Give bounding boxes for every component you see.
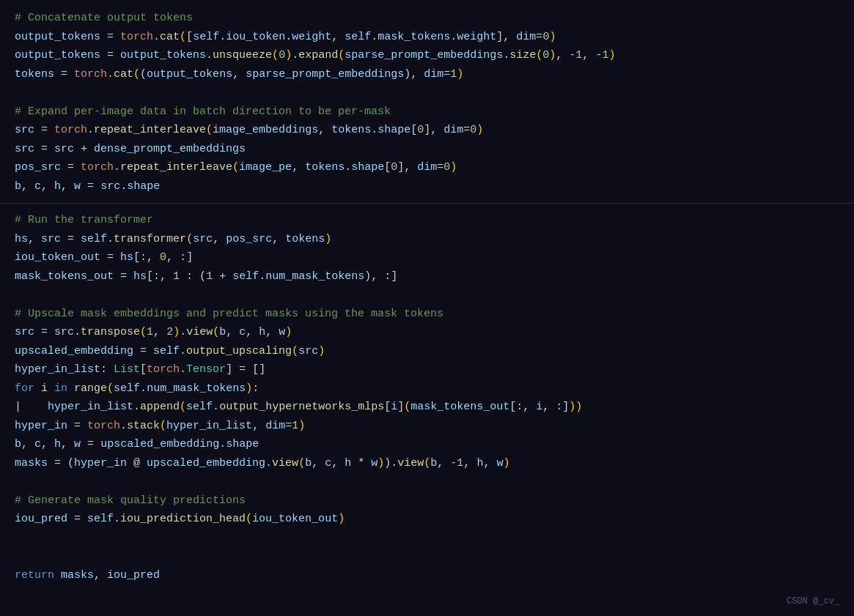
line-quality-comment: # Generate mask quality predictions — [15, 491, 839, 511]
line-blank-1 — [15, 84, 839, 103]
line-blank-2 — [15, 286, 839, 305]
line-pipe-append: | hyper_in_list.append(self.output_hyper… — [15, 398, 839, 417]
line-tokens-cat: tokens = torch.cat((output_tokens, spars… — [15, 65, 839, 84]
line-masks: masks = (hyper_in @ upscaled_embedding.v… — [15, 454, 839, 473]
line-output-tokens-unsqueeze: output_tokens = output_tokens.unsqueeze(… — [15, 46, 839, 65]
line-transformer-comment: # Run the transformer — [15, 211, 839, 230]
line-concat-comment: # Concatenate output tokens — [15, 9, 839, 28]
line-expand-comment: # Expand per-image data in batch directi… — [15, 103, 839, 122]
section-2: # Run the transformer hs, src = self.tra… — [0, 209, 854, 586]
watermark: CSDN @_cv_ — [787, 594, 839, 609]
line-for-loop: for i in range(self.num_mask_tokens): — [15, 379, 839, 398]
line-upscale-comment: # Upscale mask embeddings and predict ma… — [15, 305, 839, 324]
line-mask-tokens-out: mask_tokens_out = hs[:, 1 : (1 + self.nu… — [15, 267, 839, 286]
line-iou-pred: iou_pred = self.iou_prediction_head(iou_… — [15, 510, 839, 529]
code-container: # Concatenate output tokens output_token… — [0, 0, 854, 616]
line-src-transpose: src = src.transpose(1, 2).view(b, c, h, … — [15, 323, 839, 342]
line-blank-5 — [15, 547, 839, 566]
line-return: return masks, iou_pred — [15, 566, 839, 585]
line-src-repeat: src = torch.repeat_interleave(image_embe… — [15, 121, 839, 140]
line-upscaled-embedding: upscaled_embedding = self.output_upscali… — [15, 342, 839, 361]
section-1: # Concatenate output tokens output_token… — [0, 7, 854, 197]
line-output-tokens-cat: output_tokens = torch.cat([self.iou_toke… — [15, 28, 839, 47]
line-hyper-in-stack: hyper_in = torch.stack(hyper_in_list, di… — [15, 417, 839, 436]
line-hs-src: hs, src = self.transformer(src, pos_src,… — [15, 230, 839, 249]
line-iou-token-out: iou_token_out = hs[:, 0, :] — [15, 248, 839, 267]
line-hyper-in-list: hyper_in_list: List[torch.Tensor] = [] — [15, 360, 839, 379]
line-src-plus: src = src + dense_prompt_embeddings — [15, 140, 839, 159]
line-pos-src-repeat: pos_src = torch.repeat_interleave(image_… — [15, 158, 839, 177]
line-b-c-h-w: b, c, h, w = src.shape — [15, 177, 839, 196]
divider-1 — [0, 203, 854, 204]
line-blank-4 — [15, 529, 839, 548]
line-blank-3 — [15, 472, 839, 491]
line-b-c-h-w-2: b, c, h, w = upscaled_embedding.shape — [15, 435, 839, 454]
